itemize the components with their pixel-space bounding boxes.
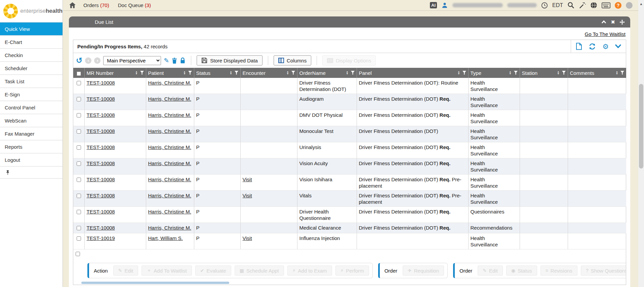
- nav-orders[interactable]: Orders (70): [83, 2, 109, 8]
- store-displayed-data-button[interactable]: Store Displayed Data: [197, 55, 263, 65]
- filter-icon-patient[interactable]: [188, 71, 192, 75]
- mr-number-link[interactable]: TEST-10008: [87, 193, 115, 198]
- mr-number-link[interactable]: TEST-10008: [87, 112, 115, 118]
- filter-icon-ordername[interactable]: [351, 71, 355, 75]
- filter-icon-type[interactable]: [514, 71, 518, 75]
- patient-link[interactable]: Hart, William S.: [148, 235, 183, 241]
- mr-number-link[interactable]: TEST-10008: [87, 96, 115, 102]
- nav-doc-queue[interactable]: Doc Queue (3): [118, 2, 151, 8]
- refresh-icon[interactable]: [589, 43, 596, 50]
- select-all-checkbox[interactable]: [76, 252, 80, 256]
- mr-number-link[interactable]: TEST-10008: [87, 144, 115, 150]
- move-icon[interactable]: [619, 19, 625, 25]
- search-icon[interactable]: [567, 2, 574, 9]
- row-checkbox[interactable]: [77, 226, 81, 230]
- filter-icon-station[interactable]: [562, 71, 566, 75]
- user-icon[interactable]: [441, 2, 448, 9]
- vertical-scrollbar-thumb[interactable]: [639, 84, 643, 169]
- sort-icon-status[interactable]: ▲▼: [230, 71, 232, 75]
- avatar[interactable]: [626, 2, 633, 9]
- sidebar-item-webscan[interactable]: WebScan: [0, 114, 63, 127]
- sidebar-item-e-sign[interactable]: E-Sign: [0, 88, 63, 101]
- mr-number-link[interactable]: TEST-10019: [87, 235, 115, 241]
- patient-link[interactable]: Harris, Christine M.: [148, 160, 191, 166]
- patient-link[interactable]: Harris, Christine M.: [148, 144, 191, 150]
- collapse-grid-chevron-icon[interactable]: [615, 44, 621, 48]
- sort-icon-encounter[interactable]: ▲▼: [287, 71, 289, 75]
- vertical-scrollbar[interactable]: ▲: [638, 0, 644, 287]
- sort-icon-mr-number[interactable]: ▲▼: [135, 71, 138, 75]
- patient-link[interactable]: Harris, Christine M.: [148, 80, 191, 86]
- globe-icon[interactable]: [590, 2, 597, 9]
- patient-link[interactable]: Harris, Christine M.: [148, 177, 191, 182]
- patient-link[interactable]: Harris, Christine M.: [148, 193, 191, 198]
- mr-number-link[interactable]: TEST-10008: [87, 160, 115, 166]
- sidebar-item-scheduler[interactable]: Scheduler: [0, 62, 63, 75]
- mr-number-link[interactable]: TEST-10008: [87, 177, 115, 182]
- encounter-link[interactable]: Visit: [243, 177, 252, 182]
- horizontal-scrollbar[interactable]: [73, 282, 626, 284]
- ai-badge[interactable]: AI: [430, 2, 437, 8]
- row-checkbox[interactable]: [77, 81, 81, 85]
- sort-icon-comments[interactable]: ▲▼: [616, 71, 618, 75]
- sort-icon-panel[interactable]: ▲▼: [458, 71, 460, 75]
- keyboard-icon[interactable]: [602, 2, 610, 8]
- close-icon[interactable]: ✖: [611, 19, 615, 25]
- patient-link[interactable]: Harris, Christine M.: [148, 112, 191, 118]
- lock-perspective-icon[interactable]: [180, 57, 186, 64]
- mr-number-link[interactable]: TEST-10008: [87, 209, 115, 214]
- encounter-link[interactable]: Visit: [243, 235, 252, 241]
- row-checkbox[interactable]: [77, 161, 81, 166]
- filter-icon-comments[interactable]: [620, 71, 624, 75]
- row-checkbox[interactable]: [77, 236, 81, 241]
- mr-number-link[interactable]: TEST-10008: [87, 80, 115, 86]
- perspective-select[interactable]: Main Perspective: [103, 56, 161, 65]
- encounter-link[interactable]: Visit: [243, 193, 252, 198]
- row-checkbox[interactable]: [77, 97, 81, 101]
- sort-icon-patient[interactable]: ▲▼: [184, 71, 186, 75]
- sidebar-item-fax-manager[interactable]: Fax Manager: [0, 127, 63, 140]
- collapse-icon[interactable]: [601, 20, 606, 24]
- sidebar-item-checkin[interactable]: Checkin: [0, 49, 63, 62]
- row-checkbox[interactable]: [77, 178, 81, 182]
- patient-link[interactable]: Harris, Christine M.: [148, 209, 191, 214]
- edit-perspective-pencil-icon[interactable]: ✎: [164, 57, 169, 64]
- row-checkbox[interactable]: [77, 129, 81, 134]
- sidebar-item-quick-view[interactable]: Quick View: [0, 22, 63, 36]
- horizontal-scrollbar-thumb[interactable]: [81, 282, 229, 284]
- columns-button[interactable]: Columns: [274, 55, 311, 65]
- go-to-waitlist-link[interactable]: Go To The Waitlist: [585, 31, 626, 37]
- table-row: TEST-10008Harris, Christine M.PVisitVita…: [73, 191, 626, 207]
- undo-icon[interactable]: ↺: [76, 57, 82, 64]
- sort-icon-type[interactable]: ▲▼: [509, 71, 512, 75]
- delete-perspective-trash-icon[interactable]: [172, 57, 177, 64]
- filter-icon-encounter[interactable]: [291, 71, 295, 75]
- row-checkbox[interactable]: [77, 210, 81, 214]
- sidebar-item-task-list[interactable]: Task List: [0, 75, 63, 88]
- export-document-icon[interactable]: [576, 43, 582, 50]
- magic-wand-icon[interactable]: [579, 2, 586, 9]
- sidebar-item-reports[interactable]: Reports: [0, 140, 63, 153]
- scrollbar-up-arrow[interactable]: ▲: [638, 0, 644, 6]
- filter-icon-mr-number[interactable]: [140, 71, 144, 75]
- patient-link[interactable]: Harris, Christine M.: [148, 128, 191, 134]
- filter-icon-panel[interactable]: [462, 71, 466, 75]
- help-icon[interactable]: ?: [615, 2, 621, 9]
- mr-number-link[interactable]: TEST-10008: [87, 128, 115, 134]
- settings-gear-icon[interactable]: ⚙: [602, 43, 609, 50]
- sidebar-item-e-chart[interactable]: E-Chart: [0, 36, 63, 49]
- row-checkbox[interactable]: [77, 194, 81, 198]
- sidebar-item-control-panel[interactable]: Control Panel: [0, 101, 63, 114]
- row-checkbox[interactable]: [77, 113, 81, 117]
- row-checkbox[interactable]: [77, 145, 81, 150]
- patient-link[interactable]: Harris, Christine M.: [148, 225, 191, 231]
- mr-number-link[interactable]: TEST-10008: [87, 225, 115, 231]
- patient-link[interactable]: Harris, Christine M.: [148, 96, 191, 102]
- sidebar-item-logout[interactable]: Logout: [0, 153, 63, 166]
- sidebar-pin-row[interactable]: [0, 166, 63, 179]
- sort-icon-ordername[interactable]: ▲▼: [346, 71, 349, 75]
- header-select-all-checkbox[interactable]: [77, 71, 81, 76]
- home-icon[interactable]: [69, 2, 76, 8]
- filter-icon-status[interactable]: [235, 71, 238, 75]
- sort-icon-station[interactable]: ▲▼: [557, 71, 560, 75]
